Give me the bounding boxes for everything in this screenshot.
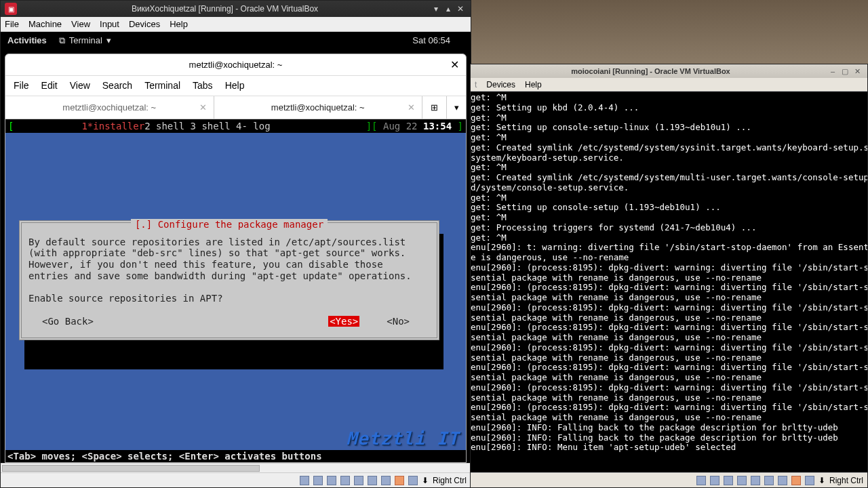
status-hdd-icon[interactable] bbox=[300, 476, 309, 485]
vm2-titlebar[interactable]: moiocoiani [Running] - Oracle VM Virtual… bbox=[471, 64, 867, 78]
status-optical-icon[interactable] bbox=[313, 476, 323, 485]
menu-view[interactable]: View bbox=[71, 19, 90, 29]
terminal-tabbar: metztli@xochiquetzal: ~ ✕ metztli@xochiq… bbox=[5, 96, 466, 119]
current-app-label: Terminal bbox=[69, 35, 102, 45]
status-display-icon[interactable] bbox=[381, 476, 391, 485]
menu-devices[interactable]: Devices bbox=[486, 80, 515, 89]
installer-footer-hint: <Tab> moves; <Space> selects; <Enter> ac… bbox=[5, 450, 466, 462]
menu-file[interactable]: File bbox=[5, 19, 19, 29]
status-shared-icon[interactable] bbox=[368, 476, 377, 485]
tab-label: metztli@xochiquetzal: ~ bbox=[271, 102, 365, 113]
installer-button-row: <Go Back> <Yes> <No> bbox=[28, 316, 430, 327]
current-app-indicator[interactable]: ⧉ Terminal ▾ bbox=[59, 35, 111, 46]
hostkey-label: Right Ctrl bbox=[829, 476, 863, 485]
maximize-icon[interactable]: ▴ bbox=[442, 4, 454, 14]
installer-dialog: [.] Configure the package manager By def… bbox=[19, 220, 439, 340]
terminal-title: metztli@xochiquetzal: ~ bbox=[189, 60, 283, 70]
status-cpu-icon[interactable] bbox=[805, 476, 814, 485]
close-icon[interactable]: ✕ bbox=[851, 67, 863, 76]
status-cpu-icon[interactable] bbox=[408, 476, 418, 485]
menu-help[interactable]: Help bbox=[525, 80, 542, 89]
vm-window-moiocoiani: moiocoiani [Running] - Oracle VM Virtual… bbox=[470, 64, 868, 488]
new-tab-button[interactable]: ⊞ bbox=[422, 96, 447, 119]
menu-machine[interactable]: Machine bbox=[28, 19, 62, 29]
activities-button[interactable]: Activities bbox=[7, 35, 47, 45]
status-audio-icon[interactable] bbox=[724, 476, 733, 485]
vm1-menubar: File Machine View Input Devices Help bbox=[1, 17, 471, 32]
terminal-menubar: File Edit View Search Terminal Tabs Help bbox=[5, 76, 466, 96]
virtualbox-icon: ▣ bbox=[5, 3, 17, 15]
tab-dropdown-icon[interactable]: ▾ bbox=[447, 96, 466, 119]
status-shared-icon[interactable] bbox=[764, 476, 774, 485]
menu-devices[interactable]: Devices bbox=[129, 19, 160, 29]
term-menu-edit[interactable]: Edit bbox=[41, 80, 58, 91]
close-icon[interactable]: ✕ bbox=[454, 4, 467, 14]
term-menu-terminal[interactable]: Terminal bbox=[144, 80, 180, 91]
arrow-down-icon: ⬇ bbox=[422, 476, 429, 485]
installer-dialog-title: [.] Configure the package manager bbox=[131, 219, 328, 230]
terminal-window: metztli@xochiquetzal: ~ ✕ File Edit View… bbox=[5, 54, 467, 463]
term-menu-search[interactable]: Search bbox=[102, 80, 132, 91]
status-network-icon[interactable] bbox=[737, 476, 747, 485]
hostkey-label: Right Ctrl bbox=[433, 476, 467, 485]
status-display-icon[interactable] bbox=[778, 476, 787, 485]
tab-close-icon[interactable]: ✕ bbox=[199, 102, 207, 113]
status-record-icon[interactable] bbox=[395, 476, 404, 485]
installer-dialog-body: By default source repositories are liste… bbox=[28, 237, 430, 304]
vm2-menubar: t Devices Help bbox=[471, 78, 867, 92]
status-audio-icon[interactable] bbox=[327, 476, 336, 485]
vm1-title: ВикиXochiquetzal [Running] - Oracle VM V… bbox=[20, 4, 430, 14]
tmux-status-bar: [ 1*installer 2 shell 3 shell 4- log ][ … bbox=[5, 119, 466, 133]
minimize-icon[interactable]: ▾ bbox=[430, 4, 442, 14]
term-menu-file[interactable]: File bbox=[14, 80, 29, 91]
tmux-bracket: [ bbox=[8, 121, 14, 131]
menu-input[interactable]: Input bbox=[100, 19, 119, 29]
menu-help[interactable]: Help bbox=[170, 19, 188, 29]
status-usb-icon[interactable] bbox=[354, 476, 363, 485]
maximize-icon[interactable]: ▢ bbox=[839, 67, 851, 76]
tmux-windows: 2 shell 3 shell 4- log bbox=[144, 121, 270, 131]
go-back-button[interactable]: <Go Back> bbox=[42, 316, 94, 327]
status-hdd-icon[interactable] bbox=[696, 476, 706, 485]
terminal-headerbar[interactable]: metztli@xochiquetzal: ~ ✕ bbox=[5, 54, 466, 76]
status-record-icon[interactable] bbox=[791, 476, 801, 485]
tmux-clock: ][ Aug 22 13:54 ] bbox=[366, 121, 463, 131]
vm1-statusbar: ⬇ Right Ctrl bbox=[1, 472, 471, 487]
desktop-background-strip bbox=[471, 0, 868, 64]
vm2-statusbar: ⬇ Right Ctrl bbox=[471, 472, 867, 487]
vm-window-xochiquetzal: ▣ ВикиXochiquetzal [Running] - Oracle VM… bbox=[0, 0, 471, 488]
gnome-top-bar: Activities ⧉ Terminal ▾ Sat 06:54 bbox=[1, 32, 471, 49]
terminal-close-icon[interactable]: ✕ bbox=[450, 58, 459, 71]
status-optical-icon[interactable] bbox=[710, 476, 719, 485]
scrollbar-thumb[interactable] bbox=[2, 465, 260, 472]
vm1-titlebar[interactable]: ▣ ВикиXochiquetzal [Running] - Oracle VM… bbox=[1, 1, 471, 17]
watermark-text: Metztli IT bbox=[346, 428, 459, 449]
gnome-clock[interactable]: Sat 06:54 bbox=[412, 35, 450, 45]
no-button[interactable]: <No> bbox=[387, 316, 410, 327]
tmux-window-current: 1*installer bbox=[81, 121, 144, 131]
terminal-icon: ⧉ bbox=[59, 35, 65, 46]
term-menu-tabs[interactable]: Tabs bbox=[193, 80, 213, 91]
tab-label: metztli@xochiquetzal: ~ bbox=[62, 102, 156, 113]
vm2-console-output[interactable]: get: ^M get: Setting up kbd (2.0.4-4) ..… bbox=[471, 92, 867, 472]
status-network-icon[interactable] bbox=[340, 476, 350, 485]
minimize-icon[interactable]: – bbox=[827, 67, 839, 75]
terminal-viewport[interactable]: [ 1*installer 2 shell 3 shell 4- log ][ … bbox=[5, 119, 466, 462]
terminal-tab-2[interactable]: metztli@xochiquetzal: ~ ✕ bbox=[214, 96, 423, 119]
horizontal-scrollbar[interactable] bbox=[1, 463, 471, 472]
tab-close-icon[interactable]: ✕ bbox=[408, 102, 415, 113]
arrow-down-icon: ⬇ bbox=[818, 476, 825, 485]
term-menu-view[interactable]: View bbox=[70, 80, 90, 91]
status-usb-icon[interactable] bbox=[751, 476, 760, 485]
term-menu-help[interactable]: Help bbox=[225, 80, 245, 91]
debian-installer-screen: [.] Configure the package manager By def… bbox=[19, 220, 452, 462]
yes-button[interactable]: <Yes> bbox=[328, 316, 359, 327]
terminal-tab-1[interactable]: metztli@xochiquetzal: ~ ✕ bbox=[5, 96, 214, 119]
vm2-title: moiocoiani [Running] - Oracle VM Virtual… bbox=[475, 67, 827, 75]
